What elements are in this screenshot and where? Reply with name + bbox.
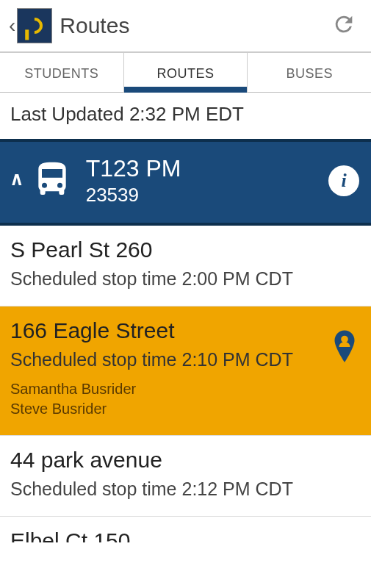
collapse-chevron-icon[interactable]: /\: [12, 173, 32, 189]
route-header[interactable]: /\ T123 PM 23539 i: [0, 139, 371, 226]
stop-row-partial[interactable]: Elbel Ct 150: [0, 517, 371, 542]
svg-point-0: [341, 336, 348, 343]
page-title: Routes: [60, 13, 325, 38]
route-number: 23539: [86, 184, 328, 207]
route-text: T123 PM 23539: [86, 155, 328, 207]
stop-scheduled-time: Scheduled stop time 2:10 PM CDT: [10, 349, 361, 370]
passenger-list: Samantha Busrider Steve Busrider: [10, 379, 361, 419]
back-chevron-icon[interactable]: ‹: [9, 14, 17, 37]
tab-bar: STUDENTS ROUTES BUSES: [0, 53, 371, 93]
last-updated-text: Last Updated 2:32 PM EDT: [0, 93, 371, 139]
info-button[interactable]: i: [328, 165, 359, 196]
refresh-button[interactable]: [325, 6, 362, 46]
stop-name: S Pearl St 260: [10, 237, 361, 262]
stop-scheduled-time: Scheduled stop time 2:00 PM CDT: [10, 268, 361, 290]
bus-icon: [32, 159, 73, 203]
stop-row[interactable]: 44 park avenue Scheduled stop time 2:12 …: [0, 436, 371, 517]
tab-routes[interactable]: ROUTES: [124, 53, 248, 92]
stop-name: 44 park avenue: [10, 448, 361, 473]
passenger-name: Samantha Busrider: [10, 379, 361, 399]
passenger-name: Steve Busrider: [10, 399, 361, 419]
tab-students[interactable]: STUDENTS: [0, 53, 124, 92]
location-marker-icon: [331, 330, 358, 371]
stop-row[interactable]: S Pearl St 260 Scheduled stop time 2:00 …: [0, 226, 371, 306]
refresh-icon: [331, 12, 356, 37]
route-name: T123 PM: [86, 155, 328, 182]
stop-row-current[interactable]: 166 Eagle Street Scheduled stop time 2:1…: [0, 306, 371, 436]
info-icon: i: [341, 170, 346, 192]
stop-scheduled-time: Scheduled stop time 2:12 PM CDT: [10, 478, 361, 500]
tab-buses[interactable]: BUSES: [248, 53, 371, 92]
app-logo-icon[interactable]: [17, 8, 52, 43]
stop-name: 166 Eagle Street: [10, 318, 361, 343]
app-header: ‹ Routes: [0, 0, 371, 53]
